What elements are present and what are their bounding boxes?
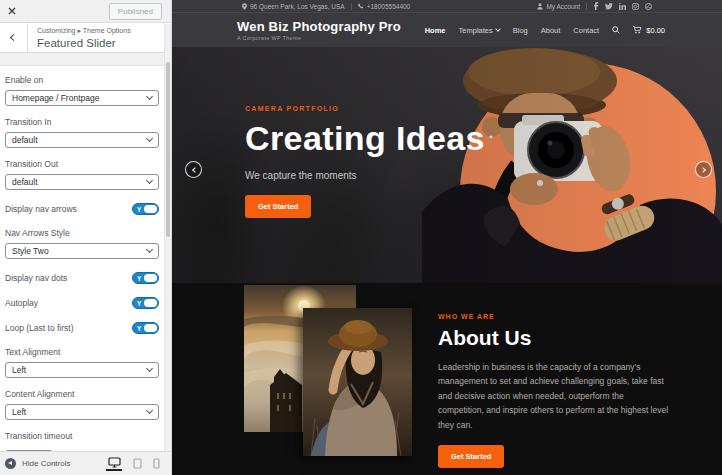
- nav-contact[interactable]: Contact: [573, 26, 599, 35]
- chevron-down-icon: [495, 26, 501, 32]
- about-kicker: WHO WE ARE: [438, 313, 670, 320]
- nav-blog[interactable]: Blog: [513, 26, 528, 35]
- sidebar-scrollbar[interactable]: [164, 24, 171, 451]
- device-preview-switcher: [106, 457, 166, 471]
- toggle-on-label: Y: [137, 300, 141, 308]
- chevron-left-icon: [10, 34, 17, 41]
- panel-header: Customizing ▸ Theme Options Featured Sli…: [0, 23, 171, 53]
- cart-icon: [633, 26, 642, 34]
- field-autoplay: Autoplay Y: [5, 297, 159, 309]
- divider: [586, 3, 587, 10]
- hero-subtitle: We capture the moments: [245, 170, 485, 181]
- back-button[interactable]: [0, 23, 28, 52]
- hero-content: CAMERA PORTFOLIO Creating Ideas We captu…: [245, 105, 485, 218]
- hide-controls-label: Hide Controls: [22, 459, 70, 468]
- slider-prev-button[interactable]: [185, 161, 202, 178]
- publish-button[interactable]: Published: [109, 3, 162, 20]
- user-icon: [537, 3, 543, 10]
- field-label: Content Alignment: [5, 389, 159, 399]
- field-label: Enable on: [5, 75, 159, 85]
- site-logo[interactable]: Wen Biz Photography Pro A Corporate WP T…: [237, 19, 401, 41]
- dribbble-icon[interactable]: [645, 3, 652, 10]
- nav-templates[interactable]: Templates: [459, 26, 500, 35]
- woman-portrait-image: [303, 308, 412, 456]
- toggle-knob: [144, 205, 157, 213]
- autoplay-toggle[interactable]: Y: [132, 297, 159, 309]
- site-tagline: A Corporate WP Theme: [237, 35, 401, 41]
- enable-on-select[interactable]: Homepage / Frontpage: [5, 90, 159, 106]
- device-desktop-button[interactable]: [106, 457, 122, 471]
- customizer-controls: Enable on Homepage / Frontpage Transitio…: [0, 54, 165, 451]
- about-title: About Us: [438, 326, 670, 350]
- field-transition-in: Transition In default: [5, 117, 159, 148]
- toggle-on-label: Y: [137, 275, 141, 283]
- phone-text: +18005554400: [367, 3, 411, 10]
- text-alignment-select[interactable]: Left: [5, 362, 159, 378]
- field-label: Nav Arrows Style: [5, 228, 159, 238]
- select-value: Left: [12, 365, 26, 375]
- instagram-icon[interactable]: [632, 3, 639, 10]
- nav-home[interactable]: Home: [425, 26, 446, 35]
- active-device-underline: [106, 469, 122, 471]
- hide-controls-button[interactable]: Hide Controls: [5, 458, 70, 469]
- field-transition-out: Transition Out default: [5, 159, 159, 190]
- panel-header-text: Customizing ▸ Theme Options Featured Sli…: [28, 23, 131, 52]
- address-item: 96 Queen Park, Los Vegas, USA: [242, 3, 345, 10]
- field-loop: Loop (Last to first) Y: [5, 322, 159, 334]
- topbar-contact-group: 96 Queen Park, Los Vegas, USA +180055544…: [242, 3, 410, 10]
- desktop-icon: [108, 457, 121, 468]
- scrollbar-thumb[interactable]: [166, 62, 170, 237]
- nav-label: Contact: [573, 26, 599, 35]
- cart-button[interactable]: $0.00: [633, 26, 665, 35]
- controls-section: Enable on Homepage / Frontpage Transitio…: [0, 66, 165, 451]
- close-customizer-button[interactable]: [0, 0, 24, 22]
- device-tablet-button[interactable]: [133, 458, 142, 469]
- linkedin-icon[interactable]: [619, 3, 626, 10]
- nav-label: Templates: [459, 26, 493, 35]
- nav-label: Home: [425, 26, 446, 35]
- transition-in-select[interactable]: default: [5, 132, 159, 148]
- toggle-knob: [144, 324, 157, 332]
- customizer-topbar: Published: [0, 0, 171, 23]
- nav-arrows-style-select[interactable]: Style Two: [5, 243, 159, 259]
- toggle-on-label: Y: [137, 325, 141, 333]
- hero-get-started-button[interactable]: Get Started: [245, 195, 311, 218]
- loop-toggle[interactable]: Y: [132, 322, 159, 334]
- phone-item[interactable]: +18005554400: [358, 3, 411, 10]
- close-icon: [8, 7, 16, 15]
- breadcrumb: Customizing ▸ Theme Options: [37, 27, 131, 35]
- slider-next-button[interactable]: [695, 161, 712, 178]
- about-body: Leadership in business is the capacity o…: [438, 360, 670, 432]
- tablet-icon: [133, 458, 142, 469]
- toggle-knob: [144, 299, 157, 307]
- section-gap: [0, 54, 165, 66]
- field-label: Transition Out: [5, 159, 159, 169]
- divider: [351, 3, 352, 10]
- field-enable-on: Enable on Homepage / Frontpage: [5, 75, 159, 106]
- mobile-icon: [153, 458, 160, 469]
- chevron-down-icon: [146, 177, 153, 184]
- device-mobile-button[interactable]: [153, 458, 160, 469]
- select-value: default: [12, 177, 38, 187]
- chevron-down-icon: [146, 246, 153, 253]
- map-pin-icon: [242, 3, 247, 10]
- chevron-down-icon: [146, 407, 153, 414]
- transition-out-select[interactable]: default: [5, 174, 159, 190]
- field-text-alignment: Text Alignment Left: [5, 347, 159, 378]
- display-nav-arrows-toggle[interactable]: Y: [132, 203, 159, 215]
- collapse-icon: [5, 458, 16, 469]
- field-transition-timeout: Transition timeout: [5, 431, 159, 451]
- about-get-started-button[interactable]: Get Started: [438, 445, 504, 468]
- content-alignment-select[interactable]: Left: [5, 404, 159, 420]
- facebook-icon[interactable]: [593, 2, 599, 10]
- about-content: WHO WE ARE About Us Leadership in busine…: [438, 313, 670, 468]
- nav-about[interactable]: About: [541, 26, 561, 35]
- twitter-icon[interactable]: [605, 3, 613, 10]
- field-label: Autoplay: [5, 298, 38, 308]
- my-account-link[interactable]: My Account: [537, 3, 580, 10]
- field-label: Loop (Last to first): [5, 323, 74, 333]
- display-nav-dots-toggle[interactable]: Y: [132, 272, 159, 284]
- customizer-sidebar: Published Customizing ▸ Theme Options Fe…: [0, 0, 172, 475]
- search-button[interactable]: [612, 26, 620, 34]
- main-nav: Home Templates Blog About Contact $0.00: [425, 26, 665, 35]
